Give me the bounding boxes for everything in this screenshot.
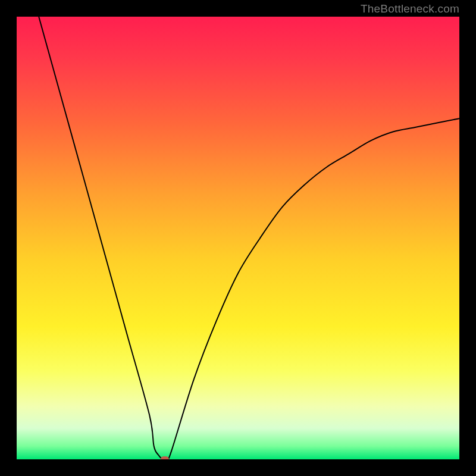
chart-frame: TheBottleneck.com (0, 0, 476, 476)
optimal-point-marker (161, 456, 169, 459)
svg-rect-0 (17, 17, 459, 459)
watermark-text: TheBottleneck.com (361, 2, 459, 15)
plot-area (17, 17, 459, 459)
background-gradient (17, 17, 459, 459)
